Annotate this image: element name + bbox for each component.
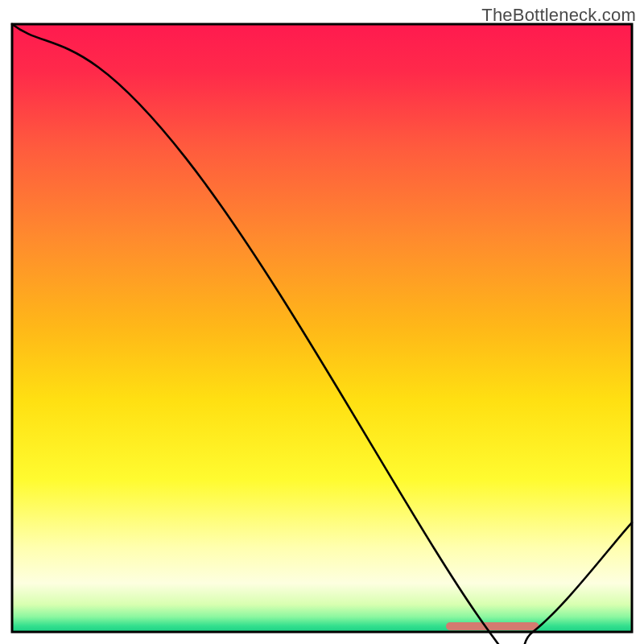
watermark-label: TheBottleneck.com	[481, 5, 636, 26]
chart-background	[12, 24, 632, 632]
optimal-band-marker	[446, 622, 539, 630]
bottleneck-curve-plot	[0, 0, 644, 644]
chart-frame: TheBottleneck.com	[0, 0, 644, 644]
